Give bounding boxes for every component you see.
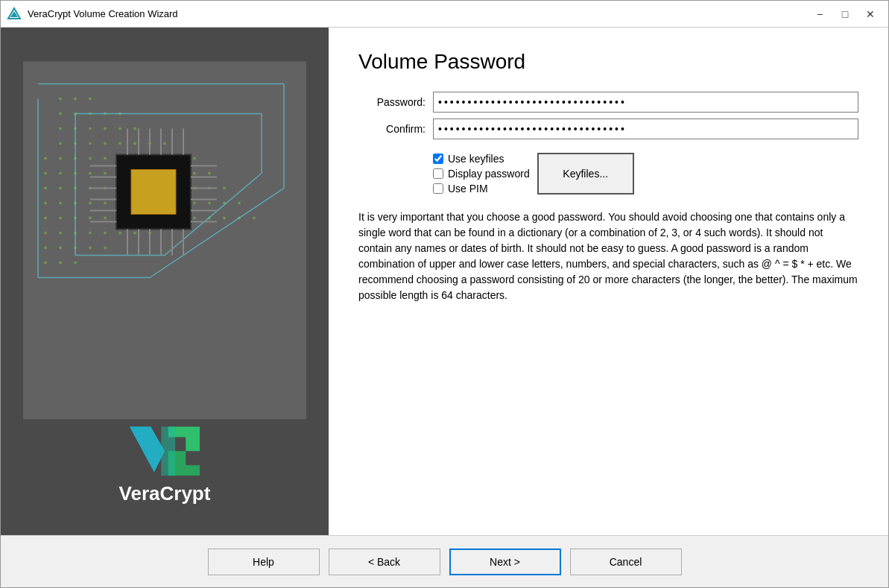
svg-point-61 <box>223 187 226 190</box>
checkboxes-keyfiles: Use keyfiles Display password Use PIM <box>433 153 634 195</box>
logo-text-bold: Crypt <box>160 482 211 505</box>
main-window: VeraCrypt Volume Creation Wizard − □ ✕ <box>0 0 889 588</box>
use-keyfiles-checkbox[interactable] <box>433 154 443 164</box>
cancel-button[interactable]: Cancel <box>570 549 682 575</box>
svg-point-12 <box>59 127 62 130</box>
logo-text-normal: Vera <box>119 482 160 505</box>
svg-point-25 <box>163 142 166 145</box>
svg-point-22 <box>118 142 121 145</box>
svg-point-14 <box>89 127 92 130</box>
svg-marker-144 <box>130 426 165 472</box>
confirm-input[interactable] <box>433 118 858 139</box>
display-password-row[interactable]: Display password <box>433 168 530 180</box>
svg-point-99 <box>44 247 47 250</box>
password-row: Password: <box>358 92 858 113</box>
svg-point-16 <box>118 127 121 130</box>
form-area: Password: Confirm: Use keyfil <box>358 92 858 195</box>
description-text: It is very important that you choose a g… <box>358 209 858 303</box>
svg-point-4 <box>59 98 62 101</box>
svg-point-20 <box>89 142 92 145</box>
svg-point-88 <box>223 217 226 220</box>
svg-point-63 <box>59 202 62 205</box>
svg-point-47 <box>193 172 196 175</box>
use-pim-checkbox[interactable] <box>433 183 443 194</box>
svg-point-37 <box>44 172 47 175</box>
svg-rect-3 <box>23 62 306 420</box>
next-button[interactable]: Next > <box>449 549 561 575</box>
password-input[interactable] <box>433 92 858 113</box>
svg-point-40 <box>89 172 92 175</box>
window-controls: − □ ✕ <box>808 4 882 25</box>
svg-point-18 <box>59 142 62 145</box>
close-button[interactable]: ✕ <box>858 4 882 25</box>
svg-point-100 <box>59 247 62 250</box>
svg-point-62 <box>44 202 47 205</box>
svg-point-106 <box>74 262 77 265</box>
use-keyfiles-row[interactable]: Use keyfiles <box>433 153 530 165</box>
svg-point-41 <box>104 172 107 175</box>
svg-point-76 <box>44 217 47 220</box>
svg-marker-147 <box>161 426 175 475</box>
use-pim-label: Use PIM <box>448 183 488 195</box>
svg-point-104 <box>44 262 47 265</box>
checkbox-group: Use keyfiles Display password Use PIM <box>433 153 530 195</box>
svg-point-80 <box>104 217 107 220</box>
svg-point-105 <box>59 262 62 265</box>
svg-point-72 <box>193 202 196 205</box>
checkboxes-keyfiles-row: Use keyfiles Display password Use PIM <box>358 150 858 195</box>
svg-point-66 <box>104 202 107 205</box>
keyfiles-button[interactable]: Keyfiles... <box>537 153 634 195</box>
svg-point-21 <box>104 142 107 145</box>
svg-point-48 <box>208 172 211 175</box>
confirm-row: Confirm: <box>358 118 858 139</box>
left-panel: VeraCrypt <box>1 28 329 535</box>
svg-point-75 <box>238 202 241 205</box>
app-icon <box>7 7 22 22</box>
svg-point-17 <box>133 127 136 130</box>
display-password-checkbox[interactable] <box>433 168 443 179</box>
window-title: VeraCrypt Volume Creation Wizard <box>28 8 808 19</box>
svg-point-38 <box>59 172 62 175</box>
svg-point-50 <box>59 187 62 190</box>
svg-point-73 <box>208 202 211 205</box>
svg-point-94 <box>89 232 92 235</box>
svg-point-27 <box>59 157 62 160</box>
svg-point-103 <box>104 247 107 250</box>
display-password-label: Display password <box>448 168 530 180</box>
svg-point-102 <box>89 247 92 250</box>
minimize-button[interactable]: − <box>808 4 832 25</box>
svg-point-29 <box>89 157 92 160</box>
svg-point-23 <box>133 142 136 145</box>
svg-point-30 <box>104 157 107 160</box>
svg-point-91 <box>44 232 47 235</box>
svg-point-49 <box>44 187 47 190</box>
svg-point-15 <box>104 127 107 130</box>
svg-point-65 <box>89 202 92 205</box>
right-panel: Volume Password Password: Confirm: <box>329 28 888 535</box>
svg-point-97 <box>133 232 136 235</box>
svg-point-26 <box>44 157 47 160</box>
svg-point-77 <box>59 217 62 220</box>
bottom-bar: Help < Back Next > Cancel <box>1 535 888 587</box>
veracrypt-logo-area: VeraCrypt <box>119 420 211 505</box>
svg-point-7 <box>59 113 62 116</box>
back-button[interactable]: < Back <box>329 549 440 575</box>
use-pim-row[interactable]: Use PIM <box>433 183 530 195</box>
svg-point-36 <box>193 157 196 160</box>
confirm-label: Confirm: <box>358 123 425 135</box>
password-label: Password: <box>358 96 425 108</box>
svg-point-6 <box>89 98 92 101</box>
svg-point-95 <box>104 232 107 235</box>
maximize-button[interactable]: □ <box>833 4 857 25</box>
help-button[interactable]: Help <box>208 549 320 575</box>
svg-point-86 <box>193 217 196 220</box>
svg-point-90 <box>253 217 256 220</box>
svg-point-79 <box>89 217 92 220</box>
use-keyfiles-label: Use keyfiles <box>448 153 504 165</box>
svg-point-5 <box>74 98 77 101</box>
veracrypt-logo-svg <box>120 420 209 479</box>
page-title: Volume Password <box>358 50 858 74</box>
svg-rect-118 <box>131 170 176 215</box>
svg-point-92 <box>59 232 62 235</box>
veracrypt-logo-text: VeraCrypt <box>119 482 211 505</box>
